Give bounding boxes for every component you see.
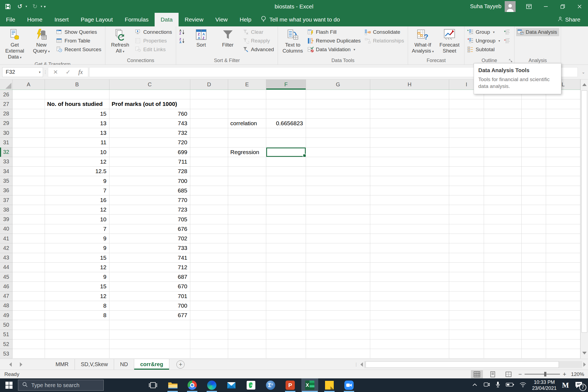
cell-B53[interactable] — [45, 349, 109, 359]
cell-A27[interactable] — [13, 99, 45, 109]
taskbar-zoom-icon[interactable] — [341, 378, 357, 392]
cell-F45[interactable] — [266, 272, 306, 282]
from-table-button[interactable]: From Table — [55, 37, 103, 45]
cell-F28[interactable] — [266, 109, 306, 119]
cell-G51[interactable] — [306, 330, 370, 339]
row-header-36[interactable]: 36 — [0, 186, 13, 195]
cell-E49[interactable] — [228, 311, 266, 320]
cell-C31[interactable]: 720 — [109, 138, 190, 147]
cell-B29[interactable]: 13 — [45, 119, 109, 128]
user-name[interactable]: Suha Tayyeb — [470, 3, 501, 10]
redo-icon[interactable]: ↻ — [31, 2, 39, 11]
cell-E44[interactable] — [228, 263, 266, 272]
cell-A44[interactable] — [13, 263, 45, 272]
cell-C30[interactable]: 732 — [109, 128, 190, 138]
cell-L46[interactable] — [546, 282, 580, 291]
cell-I30[interactable] — [449, 128, 484, 138]
row-header-34[interactable]: 34 — [0, 167, 13, 176]
cell-J37[interactable] — [484, 195, 522, 205]
cell-I45[interactable] — [449, 272, 484, 282]
ungroup-button[interactable]: Ungroup▾ — [466, 37, 502, 45]
horizontal-scrollbar[interactable] — [359, 359, 587, 370]
sort-za-button[interactable]: ZA — [178, 37, 188, 45]
taskbar-evernote-icon[interactable] — [243, 378, 259, 392]
cell-H29[interactable] — [370, 119, 449, 128]
row-header-31[interactable]: 31 — [0, 138, 13, 147]
cell-G36[interactable] — [306, 186, 370, 195]
cell-E42[interactable] — [228, 243, 266, 253]
camera-icon[interactable] — [483, 382, 490, 389]
cell-I40[interactable] — [449, 224, 484, 234]
tab-splitter-handle[interactable]: ⋮ — [354, 362, 359, 367]
cell-K31[interactable] — [522, 138, 546, 147]
cell-F41[interactable] — [266, 234, 306, 243]
cell-E51[interactable] — [228, 330, 266, 339]
cell-E26[interactable] — [228, 90, 266, 99]
cell-D28[interactable] — [190, 109, 228, 119]
cell-D48[interactable] — [190, 301, 228, 311]
cell-A32[interactable] — [13, 148, 45, 157]
cell-C39[interactable]: 705 — [109, 215, 190, 224]
cell-L39[interactable] — [546, 215, 580, 224]
dropdown-icon[interactable]: ▾ — [498, 39, 500, 43]
row-header-40[interactable]: 40 — [0, 224, 13, 234]
hidden-icons-chevron-icon[interactable] — [472, 383, 477, 388]
vertical-scrollbar[interactable] — [580, 79, 588, 359]
zoom-slider[interactable]: − + — [518, 371, 566, 378]
cell-F44[interactable] — [266, 263, 306, 272]
sheet-tab-nd[interactable]: ND — [114, 359, 134, 370]
avatar[interactable] — [505, 1, 516, 12]
taskbar-mail-icon[interactable] — [223, 378, 240, 392]
cell-H27[interactable] — [370, 99, 449, 109]
customize-qat-icon[interactable]: ▾ — [44, 4, 46, 9]
microphone-icon[interactable] — [495, 381, 500, 389]
row-header-29[interactable]: 29 — [0, 119, 13, 128]
tab-view[interactable]: View — [209, 13, 234, 26]
cell-B30[interactable]: 13 — [45, 128, 109, 138]
zoom-slider-thumb[interactable] — [544, 372, 546, 376]
cell-H36[interactable] — [370, 186, 449, 195]
cell-G37[interactable] — [306, 195, 370, 205]
start-button[interactable] — [0, 378, 18, 392]
cell-D53[interactable] — [190, 349, 228, 359]
cell-I34[interactable] — [449, 167, 484, 176]
cell-E32[interactable]: Regression — [228, 148, 266, 157]
cell-L41[interactable] — [546, 234, 580, 243]
cell-H34[interactable] — [370, 167, 449, 176]
select-all-corner[interactable] — [0, 79, 13, 90]
cell-C46[interactable]: 670 — [109, 282, 190, 291]
cell-A51[interactable] — [13, 330, 45, 339]
cell-B35[interactable]: 9 — [45, 176, 109, 186]
cell-D52[interactable] — [190, 339, 228, 349]
cell-C45[interactable]: 687 — [109, 272, 190, 282]
cell-I41[interactable] — [449, 234, 484, 243]
taskbar-edge-icon[interactable] — [203, 378, 220, 392]
cell-C29[interactable]: 743 — [109, 119, 190, 128]
zoom-level[interactable]: 120% — [570, 371, 584, 377]
cell-A31[interactable] — [13, 138, 45, 147]
cell-G50[interactable] — [306, 320, 370, 330]
cell-A53[interactable] — [13, 349, 45, 359]
cell-J30[interactable] — [484, 128, 522, 138]
cell-G28[interactable] — [306, 109, 370, 119]
page-layout-view-icon[interactable] — [487, 370, 499, 378]
tab-help[interactable]: Help — [234, 13, 257, 26]
filter-button[interactable]: Filter — [215, 27, 241, 49]
cell-F31[interactable] — [266, 138, 306, 147]
cell-F33[interactable] — [266, 157, 306, 167]
cell-D38[interactable] — [190, 205, 228, 215]
cell-A28[interactable] — [13, 109, 45, 119]
cell-B31[interactable]: 11 — [45, 138, 109, 147]
row-header-30[interactable]: 30 — [0, 128, 13, 138]
cell-E38[interactable] — [228, 205, 266, 215]
dropdown-icon[interactable]: ▾ — [20, 56, 22, 59]
cell-K42[interactable] — [522, 243, 546, 253]
cell-E30[interactable] — [228, 128, 266, 138]
cell-D42[interactable] — [190, 243, 228, 253]
cell-K44[interactable] — [522, 263, 546, 272]
cell-E34[interactable] — [228, 167, 266, 176]
cell-I37[interactable] — [449, 195, 484, 205]
get-external-data-button[interactable]: Get ExternalData▾ — [2, 27, 28, 61]
cell-H53[interactable] — [370, 349, 449, 359]
cell-G33[interactable] — [306, 157, 370, 167]
